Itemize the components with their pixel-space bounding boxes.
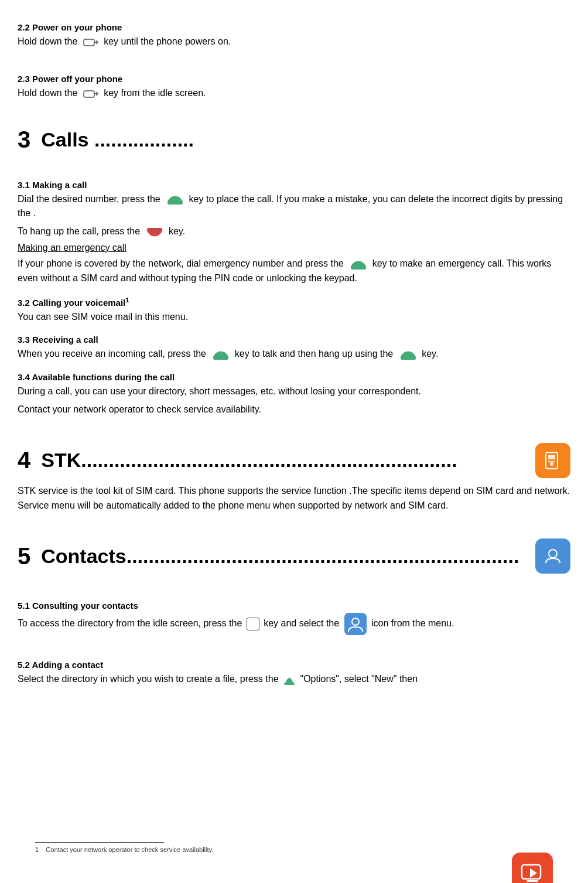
svg-rect-2 [167,202,183,204]
chapter-4-num: 4 [18,447,30,473]
para31-p2-post: key. [169,226,185,236]
svg-rect-0 [84,39,94,46]
para31-p2-pre: To hang up the call, press the [18,226,140,236]
power-key-icon2 [83,88,99,99]
section-34-heading: 3.4 Available functions during the call [18,372,570,382]
svg-rect-14 [284,683,295,685]
section-34-para2: Contact your network operator to check s… [18,403,570,417]
svg-rect-8 [548,455,555,459]
bottom-media-icon [512,853,553,883]
section-31-para1: Dial the desired number, press the key t… [18,192,570,221]
menu-key-icon [247,618,259,630]
section-23-heading: 2.3 Power off your phone [18,74,570,84]
para33-post: key. [422,349,438,359]
svg-rect-3 [147,228,162,231]
svg-rect-12 [344,613,367,635]
para23-pre: Hold down the [18,88,77,98]
section-22-heading: 2.2 Power on your phone [18,22,570,32]
section-34-para1: During a call, you can use your director… [18,384,570,399]
footnote-content: Contact your network operator to check s… [46,846,213,853]
section-33-para1: When you receive an incoming call, press… [18,347,570,362]
section-32-heading: 3.2 Calling your voicemail1 [18,296,570,308]
section-32-para1: You can see SIM voice mail in this menu. [18,310,570,325]
options-key-icon [283,675,296,684]
svg-rect-17 [527,880,538,882]
chapter-5-heading: 5 Contacts..............................… [18,538,570,574]
end-key-icon [145,227,163,237]
para51-mid: key and select the [264,619,339,629]
chapter-4-heading: 4 STK...................................… [18,443,570,478]
incoming-key-icon [211,349,230,360]
chapter-3-heading: 3 Calls .................. [18,127,570,153]
chapter-5-num: 5 [18,543,30,570]
chapter-5-title: Contacts................................… [41,545,519,568]
footnote-num: 1 [35,846,39,853]
contacts-icon-inline [344,613,367,635]
para23-post: key from the idle screen. [104,88,206,98]
superscript-1: 1 [125,296,129,304]
svg-rect-6 [401,357,416,360]
emergency-send-key-icon [348,259,367,270]
svg-point-9 [550,462,553,466]
para33-mid: key to talk and then hang up using the [235,349,393,359]
ch4-para1: STK service is the tool kit of SIM card.… [18,484,570,513]
svg-rect-4 [351,267,366,270]
svg-rect-5 [213,357,228,360]
section-31-para2: To hang up the call, press the key. [18,224,570,239]
para31-pre: Dial the desired number, press the [18,194,160,204]
section-22-para1: Hold down the key until the phone powers… [18,35,570,49]
svg-marker-16 [530,868,537,878]
chapter-4-title: STK.....................................… [41,449,457,472]
section-31-heading: 3.1 Making a call [18,180,570,190]
section-52-heading: 5.2 Adding a contact [18,660,570,670]
para52-post: "Options", select "New" then [300,674,418,684]
emergency-para: If your phone is covered by the network,… [18,257,570,286]
power-key-icon [83,37,99,47]
emergency-link-text[interactable]: Making an emergency call [18,243,127,253]
para52-pre: Select the directory in which you wish t… [18,674,279,684]
section-23-para1: Hold down the key from the idle screen. [18,86,570,101]
hangup-key-icon [398,349,417,360]
section-52-para1: Select the directory in which you wish t… [18,672,570,687]
svg-point-11 [549,550,557,558]
para33-pre: When you receive an incoming call, press… [18,349,206,359]
send-key-icon [165,194,184,204]
para22-post: key until the phone powers on. [104,36,231,46]
para51-post: icon from the menu. [371,619,454,629]
chapter-3-title: Calls .................. [41,128,194,151]
contacts-icon [535,538,570,574]
footnote-divider [35,842,164,843]
section-51-heading: 5.1 Consulting your contacts [18,601,570,611]
stk-icon [535,443,570,478]
emergency-para-pre: If your phone is covered by the network,… [18,258,344,268]
para22-pre: Hold down the [18,36,77,46]
footnote-section: 1 Contact your network operator to check… [35,834,506,858]
svg-rect-1 [84,91,94,97]
section-51-para1: To access the directory from the idle sc… [18,613,570,635]
chapter-3-num: 3 [18,127,30,153]
footnote-text: 1 Contact your network operator to check… [35,845,506,855]
para51-pre: To access the directory from the idle sc… [18,619,242,629]
emergency-link: Making an emergency call [18,243,570,253]
section-33-heading: 3.3 Receiving a call [18,335,570,345]
